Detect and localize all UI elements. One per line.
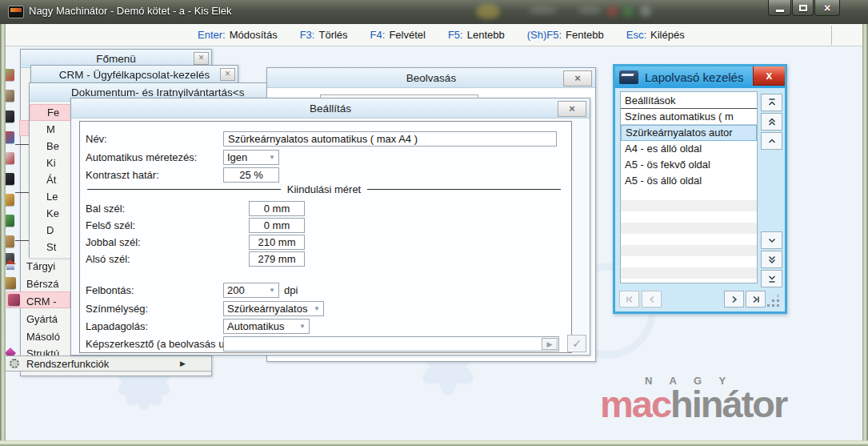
hotkey-kilepes: Esc:Kilépés	[626, 29, 685, 41]
beallitas-close-button[interactable]: ×	[558, 101, 586, 117]
hotkey-torles: F3:Törlés	[300, 29, 348, 41]
titlebar-reflection	[622, 6, 634, 17]
hotkey-bar: Enter:Módosítás F3:Törlés F4:Felvétel F5…	[6, 24, 862, 46]
settings-list: Beállítások Színes automatikus ( m Szürk…	[620, 91, 758, 283]
beolvasas-window-titlebar: Beolvasás ×	[267, 68, 595, 88]
felbontas-dropdown[interactable]: 200▼	[223, 283, 279, 298]
panel-close-button[interactable]: x	[753, 66, 785, 86]
prev-page-icon	[647, 295, 657, 304]
window-frame-edge	[862, 24, 868, 446]
empty-row	[621, 256, 757, 267]
felso-szel-input[interactable]: 0 mm	[249, 218, 305, 233]
hotkey-bar-divider	[831, 26, 832, 45]
beolvasas-close-button[interactable]: ×	[563, 70, 592, 86]
dropdown-arrow-icon: ▼	[294, 323, 306, 330]
house-icon	[5, 259, 16, 264]
nev-input[interactable]: Szürkeárnyalatos automatikus ( max A4 )	[223, 131, 557, 147]
empty-row	[621, 245, 757, 256]
settings-list-header: Beállítások	[621, 92, 757, 109]
move-up-button[interactable]	[761, 132, 782, 150]
settings-list-item-selected[interactable]: Szürkeárnyalatos autor	[621, 125, 757, 141]
window-titlebar: Nagy Machinátor - Demó kötet - a - Kis E…	[0, 0, 868, 24]
hotkey-fentebb: (Sh)F5:Fentebb	[527, 29, 604, 41]
settings-list-item[interactable]: A4 - es álló oldal	[621, 141, 757, 157]
szinmelyseg-label: Színmélység:	[86, 303, 148, 315]
nav-first-button[interactable]	[619, 291, 639, 307]
beallitas-dialog: Beállítás × Név: Szürkeárnyalatos automa…	[70, 98, 590, 356]
kontraszt-input[interactable]: 25 %	[223, 167, 279, 183]
fomenu-item-rendszerfunkciok[interactable]: Rendszerfunkciók ▶	[2, 356, 212, 372]
double-chevron-up-icon	[767, 117, 777, 127]
maximize-button[interactable]	[792, 0, 814, 16]
lapolvaso-panel-titlebar: Lapolvasó kezelés x	[615, 66, 785, 88]
chevron-up-bar-icon	[767, 98, 777, 107]
minimize-button[interactable]	[768, 0, 791, 16]
szinmelyseg-dropdown[interactable]: Szürkeárnyalatos▼	[223, 301, 324, 316]
beallitas-dialog-titlebar: Beállítás ×	[71, 98, 590, 119]
kepszerkeszto-input[interactable]: ▶	[223, 336, 559, 352]
beallitas-dialog-title: Beállítás	[310, 102, 351, 115]
fomenu-close-button[interactable]: ×	[194, 52, 209, 65]
felso-szel-label: Felső szél:	[86, 219, 135, 231]
titlebar-reflection	[528, 6, 557, 14]
kontraszt-label: Kontraszt határ:	[86, 169, 159, 181]
empty-row	[621, 223, 757, 234]
titlebar-reflection	[578, 6, 602, 14]
window-frame-edge	[0, 24, 6, 446]
also-szel-label: Alsó szél:	[86, 253, 130, 265]
move-down-fast-button[interactable]	[761, 251, 782, 268]
kiindulasi-meret-section: Kiindulási méret	[87, 183, 561, 195]
double-chevron-down-icon	[767, 255, 777, 264]
dpi-label: dpi	[284, 284, 298, 296]
bal-szel-input[interactable]: 0 mm	[249, 201, 305, 216]
lapolvaso-panel: Lapolvasó kezelés x Beállítások Színes a…	[613, 64, 787, 314]
fomenu-item-masolo[interactable]: Másoló	[26, 331, 60, 343]
dropdown-arrow-icon: ▼	[309, 305, 320, 312]
confirm-button[interactable]: ✓	[567, 335, 586, 352]
lapadagolas-dropdown[interactable]: Automatikus▼	[223, 319, 310, 334]
jobbal-szel-label: Jobbal szél:	[86, 236, 141, 248]
dropdown-arrow-icon: ▼	[264, 154, 275, 161]
nev-label: Név:	[86, 133, 107, 145]
chevron-down-icon	[767, 235, 777, 245]
nav-last-button[interactable]	[746, 291, 766, 307]
meretezes-dropdown[interactable]: Igen▼	[223, 150, 279, 165]
felbontas-label: Felbontás:	[86, 284, 134, 296]
crm-window-title: CRM - Ügyfélkapcsolat-kezelés	[59, 69, 210, 81]
move-bottom-button[interactable]	[761, 270, 782, 287]
settings-list-item[interactable]: A5 - ös álló oldal	[621, 173, 757, 189]
first-page-icon	[625, 295, 634, 304]
settings-list-item[interactable]: A5 - ös fekvő oldal	[621, 157, 757, 173]
bal-szel-label: Bal szél:	[86, 203, 125, 215]
dokumentum-window-title: Dokumentum- és Iratnyilvántartás<s	[71, 86, 244, 98]
empty-row	[621, 189, 757, 200]
minimize-icon	[776, 10, 784, 12]
empty-row	[621, 211, 757, 223]
empty-row	[621, 267, 757, 279]
jobbal-szel-input[interactable]: 210 mm	[249, 235, 305, 250]
move-up-fast-button[interactable]	[761, 113, 782, 131]
scanner-icon	[619, 70, 638, 84]
empty-row	[621, 200, 757, 211]
kepszerkeszto-label: Képszerkesztő (a beolvasás után):	[86, 338, 245, 350]
resize-grip[interactable]	[772, 299, 774, 302]
settings-list-item[interactable]: Színes automatikus ( m	[621, 109, 757, 125]
fomenu-window-title: Főmenü	[96, 53, 136, 65]
nav-prev-button[interactable]	[642, 291, 662, 307]
fomenu-item-berszam[interactable]: Bérszá	[26, 278, 58, 290]
people-icon	[8, 294, 20, 306]
close-button[interactable]: ×	[814, 0, 840, 16]
kepszerkeszto-browse-button[interactable]: ▶	[542, 338, 558, 350]
fomenu-item-gyartas[interactable]: Gyártá	[26, 313, 58, 325]
move-down-button[interactable]	[761, 231, 782, 249]
rendszerfunkciok-label: Rendszerfunkciók	[26, 358, 109, 370]
crm-window-titlebar: CRM - Ügyfélkapcsolat-kezelés ×	[31, 66, 238, 84]
fomenu-item-targyi[interactable]: Tárgyi	[26, 260, 55, 272]
crm-close-button[interactable]: ×	[220, 68, 235, 81]
also-szel-input[interactable]: 279 mm	[249, 251, 305, 267]
tree-connector	[15, 240, 29, 241]
nav-next-button[interactable]	[724, 291, 744, 307]
submenu-arrow-icon: ▶	[180, 360, 186, 368]
move-top-button[interactable]	[761, 94, 782, 111]
app-icon	[8, 6, 24, 18]
